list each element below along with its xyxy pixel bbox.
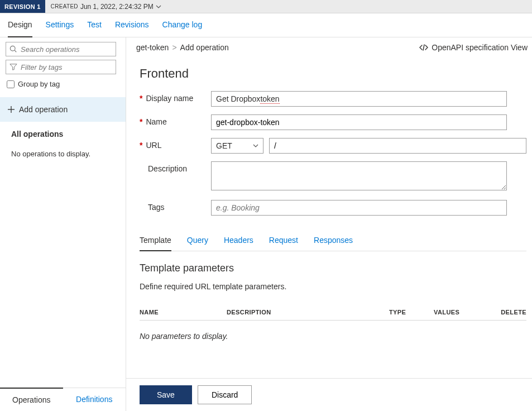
operations-empty: No operations to display. bbox=[0, 141, 126, 167]
tab-settings[interactable]: Settings bbox=[46, 20, 74, 34]
label-url: URL bbox=[146, 141, 161, 150]
revision-meta[interactable]: CREATED Jun 1, 2022, 2:24:32 PM bbox=[45, 3, 167, 11]
params-empty: No parameters to display. bbox=[140, 321, 526, 352]
subtab-headers[interactable]: Headers bbox=[224, 231, 253, 251]
tab-design[interactable]: Design bbox=[8, 20, 32, 37]
col-name: NAME bbox=[140, 309, 227, 316]
sidebar-bottom-tabs: Operations Definitions bbox=[0, 388, 126, 411]
subtab-responses[interactable]: Responses bbox=[314, 231, 353, 251]
group-by-tag-checkbox[interactable] bbox=[7, 80, 15, 88]
tab-test[interactable]: Test bbox=[87, 20, 102, 34]
tab-changelog[interactable]: Change log bbox=[162, 20, 203, 34]
required-marker: * bbox=[140, 94, 142, 103]
template-params-desc: Define required URL template parameters. bbox=[140, 282, 526, 291]
template-params-title: Template parameters bbox=[140, 262, 526, 274]
subtab-template[interactable]: Template bbox=[140, 231, 171, 251]
breadcrumb-separator: > bbox=[172, 43, 176, 52]
breadcrumb: get-token > Add operation bbox=[136, 43, 229, 52]
save-button[interactable]: Save bbox=[140, 385, 192, 404]
search-icon bbox=[9, 45, 17, 53]
url-path-input[interactable] bbox=[269, 138, 526, 154]
footer-buttons: Save Discard bbox=[126, 378, 532, 411]
tab-definitions[interactable]: Definitions bbox=[63, 388, 126, 411]
search-input[interactable] bbox=[21, 45, 115, 54]
filter-icon bbox=[9, 63, 17, 71]
chevron-down-icon bbox=[253, 143, 258, 149]
add-operation-button[interactable]: Add operation bbox=[0, 97, 126, 122]
subtab-query[interactable]: Query bbox=[187, 231, 208, 251]
all-operations-header[interactable]: All operations bbox=[0, 122, 126, 141]
tab-operations[interactable]: Operations bbox=[0, 388, 63, 411]
col-description: DESCRIPTION bbox=[227, 309, 389, 316]
sub-tabs: Template Query Headers Request Responses bbox=[140, 231, 526, 251]
top-bar: REVISION 1 CREATED Jun 1, 2022, 2:24:32 … bbox=[0, 0, 532, 13]
openapi-label: OpenAPI specification View bbox=[432, 43, 528, 52]
col-delete: DELETE bbox=[499, 309, 526, 316]
svg-point-0 bbox=[10, 46, 15, 51]
filter-tags-box[interactable] bbox=[6, 60, 116, 74]
chevron-down-icon bbox=[156, 4, 161, 9]
description-textarea[interactable] bbox=[211, 161, 507, 190]
svg-line-1 bbox=[15, 50, 16, 52]
code-icon bbox=[419, 44, 428, 51]
breadcrumb-current: Add operation bbox=[180, 43, 229, 52]
filter-input[interactable] bbox=[21, 63, 115, 71]
http-method-select[interactable]: GET bbox=[211, 138, 263, 154]
params-table-header: NAME DESCRIPTION TYPE VALUES DELETE bbox=[140, 304, 526, 321]
openapi-spec-view[interactable]: OpenAPI specification View bbox=[419, 43, 528, 52]
col-values: VALUES bbox=[434, 309, 499, 316]
breadcrumb-parent[interactable]: get-token bbox=[136, 43, 169, 52]
discard-button[interactable]: Discard bbox=[198, 385, 252, 404]
revision-created-label: CREATED bbox=[51, 3, 78, 9]
label-display-name: Display name bbox=[146, 94, 193, 103]
group-by-tag-label: Group by tag bbox=[18, 80, 60, 88]
revision-created-date: Jun 1, 2022, 2:24:32 PM bbox=[80, 3, 154, 11]
main-tabs: Design Settings Test Revisions Change lo… bbox=[0, 13, 532, 37]
label-name: Name bbox=[146, 117, 166, 126]
subtab-request[interactable]: Request bbox=[269, 231, 298, 251]
add-operation-label: Add operation bbox=[19, 105, 68, 114]
section-title-frontend: Frontend bbox=[140, 66, 526, 81]
search-operations-box[interactable] bbox=[6, 42, 116, 56]
http-method-value: GET bbox=[216, 141, 232, 150]
main-panel: get-token > Add operation OpenAPI specif… bbox=[126, 37, 532, 411]
required-marker: * bbox=[140, 141, 142, 150]
tags-input[interactable] bbox=[211, 200, 507, 216]
label-tags: Tags bbox=[148, 203, 165, 212]
sidebar: Group by tag Add operation All operation… bbox=[0, 37, 126, 411]
display-name-input[interactable]: Get Dropbox token bbox=[211, 91, 507, 107]
revision-badge: REVISION 1 bbox=[0, 0, 45, 13]
tab-revisions[interactable]: Revisions bbox=[115, 20, 149, 34]
group-by-tag[interactable]: Group by tag bbox=[6, 78, 120, 93]
label-description: Description bbox=[148, 164, 187, 173]
col-type: TYPE bbox=[389, 309, 434, 316]
plus-icon bbox=[8, 106, 15, 113]
required-marker: * bbox=[140, 117, 142, 126]
name-input[interactable] bbox=[211, 114, 507, 130]
